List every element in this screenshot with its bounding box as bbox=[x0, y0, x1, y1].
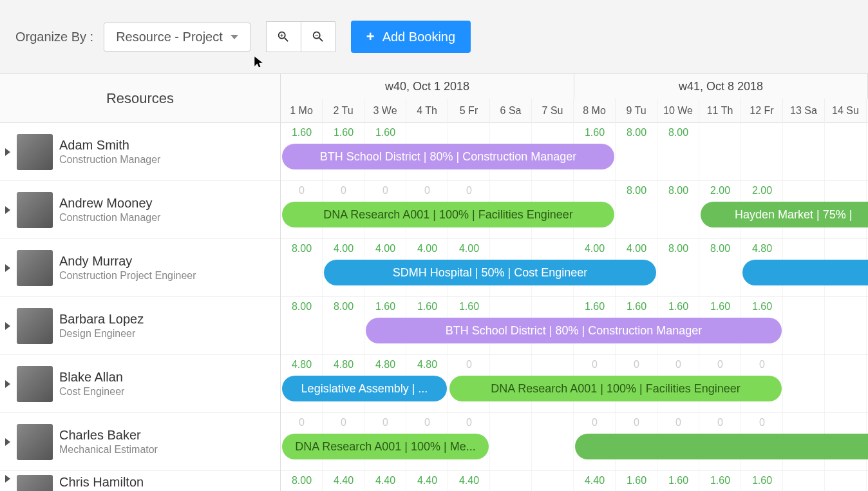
zoom-out-icon bbox=[311, 30, 325, 44]
resource-info: Adam SmithConstruction Manager bbox=[59, 138, 160, 166]
resource-name: Charles Baker bbox=[59, 428, 158, 443]
hours-cell bbox=[532, 127, 574, 139]
zoom-in-icon bbox=[276, 30, 290, 44]
hours-cell bbox=[406, 127, 448, 139]
hours-cell bbox=[783, 243, 825, 255]
resource-row[interactable]: Blake AllanCost Engineer bbox=[0, 355, 280, 413]
hours-cell: 1.60 bbox=[364, 127, 406, 139]
resource-info: Blake AllanCost Engineer bbox=[59, 370, 124, 398]
resource-role: Cost Engineer bbox=[59, 386, 124, 398]
expand-icon[interactable] bbox=[5, 148, 10, 156]
booking-bar[interactable]: DNA Research A001 | 100% | Facilities En… bbox=[282, 202, 614, 227]
hours-cell bbox=[490, 359, 532, 371]
hours-cell: 0 bbox=[574, 359, 616, 371]
hours-cell: 4.80 bbox=[323, 359, 364, 371]
day-header-cell: 7 Su bbox=[532, 99, 574, 123]
hours-row: 8.004.404.404.404.404.401.601.601.601.60 bbox=[281, 475, 867, 486]
scheduler-grid: Resources Adam SmithConstruction Manager… bbox=[0, 73, 868, 491]
zoom-out-button[interactable] bbox=[301, 21, 335, 52]
hours-cell: 0 bbox=[448, 359, 490, 371]
expand-icon[interactable] bbox=[5, 206, 10, 214]
booking-bar[interactable] bbox=[575, 434, 868, 459]
hours-cell: 0 bbox=[406, 417, 448, 428]
hours-cell bbox=[532, 417, 574, 428]
hours-cell bbox=[783, 475, 825, 486]
resource-row[interactable]: Chris Hamilton bbox=[0, 471, 280, 491]
hours-cell: 0 bbox=[616, 417, 657, 428]
hours-cell: 4.00 bbox=[574, 243, 616, 255]
day-header-cell: 2 Tu bbox=[323, 99, 364, 123]
hours-row: 8.008.001.601.601.601.601.601.601.601.60 bbox=[281, 301, 867, 313]
hours-cell: 4.80 bbox=[281, 359, 323, 371]
hours-cell bbox=[532, 243, 574, 255]
hours-cell: 1.60 bbox=[364, 301, 406, 313]
hours-cell: 4.00 bbox=[364, 243, 406, 255]
hours-cell: 0 bbox=[364, 417, 406, 428]
booking-bar[interactable]: BTH School District | 80% | Construction… bbox=[282, 144, 614, 169]
add-booking-button[interactable]: + Add Booking bbox=[351, 21, 471, 53]
expand-icon[interactable] bbox=[5, 475, 10, 483]
day-header-cell: 14 Su bbox=[825, 99, 867, 123]
expand-icon[interactable] bbox=[5, 380, 10, 388]
hours-cell: 0 bbox=[323, 417, 364, 428]
expand-icon[interactable] bbox=[5, 438, 10, 446]
resource-role: Construction Manager bbox=[59, 154, 160, 166]
day-header-cell: 10 We bbox=[657, 99, 699, 123]
timeline-row[interactable]: 1.601.601.601.608.008.00BTH School Distr… bbox=[281, 123, 868, 181]
resource-role: Mechanical Estimator bbox=[59, 444, 158, 456]
hours-cell: 0 bbox=[281, 185, 323, 197]
resource-row[interactable]: Adam SmithConstruction Manager bbox=[0, 123, 280, 181]
timeline-row[interactable]: 8.004.004.004.004.004.004.008.008.004.80… bbox=[281, 239, 868, 297]
hours-cell bbox=[532, 185, 574, 197]
booking-bar[interactable] bbox=[742, 260, 868, 285]
hours-cell: 1.60 bbox=[448, 301, 490, 313]
organize-by-label: Organize By : bbox=[15, 30, 93, 44]
hours-cell: 8.00 bbox=[657, 185, 699, 197]
timeline-row[interactable]: 8.008.001.601.601.601.601.601.601.601.60… bbox=[281, 297, 868, 355]
chevron-down-icon bbox=[231, 35, 238, 39]
booking-bar[interactable]: Hayden Market | 75% | bbox=[701, 202, 868, 227]
hours-cell: 1.60 bbox=[741, 475, 783, 486]
expand-icon[interactable] bbox=[5, 322, 10, 330]
booking-bar[interactable]: BTH School District | 80% | Construction… bbox=[366, 318, 782, 343]
hours-cell: 1.60 bbox=[281, 127, 323, 139]
booking-bar[interactable]: DNA Research A001 | 100% | Me... bbox=[282, 434, 489, 459]
resource-row[interactable]: Andrew MooneyConstruction Manager bbox=[0, 181, 280, 239]
booking-bar[interactable]: Legislative Assembly | ... bbox=[282, 376, 447, 401]
hours-cell: 8.00 bbox=[616, 185, 657, 197]
hours-cell bbox=[783, 301, 825, 313]
timeline-row[interactable]: 0000000000DNA Research A001 | 100% | Me.… bbox=[281, 413, 868, 471]
timeline-row[interactable]: 4.804.804.804.80000000Legislative Assemb… bbox=[281, 355, 868, 413]
hours-cell bbox=[490, 301, 532, 313]
day-header-cell: 12 Fr bbox=[741, 99, 783, 123]
hours-cell: 4.00 bbox=[448, 243, 490, 255]
hours-cell: 0 bbox=[406, 185, 448, 197]
hours-cell: 4.40 bbox=[323, 475, 364, 486]
hours-cell: 4.00 bbox=[616, 243, 657, 255]
day-header-cell: 6 Sa bbox=[490, 99, 532, 123]
hours-cell: 1.60 bbox=[699, 475, 741, 486]
hours-row: 8.004.004.004.004.004.004.008.008.004.80 bbox=[281, 243, 867, 255]
hours-cell bbox=[783, 417, 825, 428]
zoom-in-button[interactable] bbox=[266, 21, 301, 52]
week-header-cell: w41, Oct 8 2018 bbox=[574, 74, 868, 99]
hours-cell: 4.80 bbox=[406, 359, 448, 371]
expand-icon[interactable] bbox=[5, 264, 10, 272]
booking-bar[interactable]: DNA Research A001 | 100% | Facilities En… bbox=[449, 376, 782, 401]
toolbar: Organize By : Resource - Project + Add B… bbox=[0, 0, 868, 73]
hours-cell: 0 bbox=[657, 359, 699, 371]
hours-cell: 8.00 bbox=[281, 475, 323, 486]
hours-cell bbox=[532, 301, 574, 313]
organize-by-dropdown[interactable]: Resource - Project bbox=[104, 23, 250, 52]
day-header-cell: 5 Fr bbox=[448, 99, 490, 123]
resource-row[interactable]: Charles BakerMechanical Estimator bbox=[0, 413, 280, 471]
avatar bbox=[17, 134, 53, 170]
hours-cell: 0 bbox=[699, 359, 741, 371]
resource-row[interactable]: Barbara LopezDesign Engineer bbox=[0, 297, 280, 355]
hours-row: 0000000000 bbox=[281, 417, 867, 428]
timeline-row[interactable]: 000008.008.002.002.00DNA Research A001 |… bbox=[281, 181, 868, 239]
resource-name: Andy Murray bbox=[59, 254, 196, 269]
booking-bar[interactable]: SDMH Hospital | 50% | Cost Engineer bbox=[324, 260, 656, 285]
resource-row[interactable]: Andy MurrayConstruction Project Engineer bbox=[0, 239, 280, 297]
timeline-row[interactable]: 8.004.404.404.404.404.401.601.601.601.60 bbox=[281, 471, 868, 491]
